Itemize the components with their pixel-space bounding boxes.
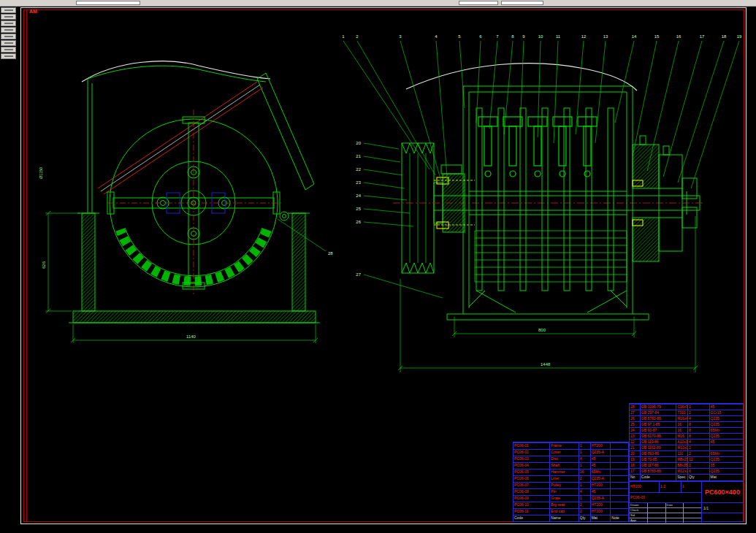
bom-cell: 22 [630, 439, 640, 445]
svg-text:5: 5 [458, 34, 461, 39]
svg-text:27: 27 [356, 272, 361, 277]
bom-cell [610, 508, 628, 515]
tool-icon [4, 29, 13, 31]
svg-text:14: 14 [632, 34, 637, 39]
left-toolbar-button-1[interactable] [1, 7, 16, 13]
signature-cell [683, 518, 701, 523]
bom-cell: GB 1152-89 [640, 445, 676, 450]
title-block-bottom: DrawnDateCheckStdAppr 1/1 [630, 503, 743, 523]
svg-text:24: 24 [356, 193, 361, 198]
bom-cell: B8x35 [676, 462, 687, 468]
bom-cell: PC06-09 [513, 495, 549, 502]
left-toolbar-button-7[interactable] [1, 47, 16, 53]
bom-cell: Liner [549, 475, 579, 482]
title-block-scale: 1:2 [659, 482, 681, 492]
bom-header-cell: No [630, 474, 640, 480]
bom-cell: Q235-A [590, 495, 611, 502]
bom-row: PC06-06Liner2Q235-A [513, 475, 628, 482]
bom-cell: PC06-02 [513, 449, 549, 456]
bom-cell [709, 445, 743, 450]
bom-cell: HT200 [590, 502, 611, 508]
bom-cell: Pulley [549, 482, 579, 488]
bom-cell: HT200 [590, 442, 611, 449]
bom-table-left: PC06-01Frame1HT200PC06-02Cover1Q235-APC0… [513, 442, 629, 522]
left-toolbar-button-2[interactable] [1, 14, 16, 20]
signature-cell: Appr [630, 518, 647, 523]
bom-cell: Q235 [709, 415, 743, 421]
bom-row: 21GB 1152-89M10x12 [630, 445, 743, 450]
bom-cell: 4 [687, 415, 709, 421]
bom-cell: Hammer [549, 469, 579, 475]
bom-header-cell: Mat [709, 474, 743, 480]
bom-header-row: CodeNameQtyMatNote [513, 515, 628, 521]
bom-cell: 25 [630, 421, 640, 427]
toolbar-field-1[interactable] [76, 1, 140, 5]
toolbar-field-2[interactable] [459, 1, 498, 5]
svg-text:8: 8 [511, 34, 514, 39]
title-block: HT200 1:2 1 PC06-00 PC600×400 DrawnDateC… [629, 481, 744, 522]
bom-row: 22GB 119-86A10x30445 [630, 439, 743, 445]
bom-cell [610, 442, 628, 449]
svg-text:6: 6 [479, 34, 482, 39]
bom-cell: 2 [687, 445, 709, 450]
bom-cell: 1 [687, 404, 709, 410]
left-toolbar-button-6[interactable] [1, 40, 16, 46]
bom-header-cell: Spec [676, 474, 687, 480]
title-block-sheet: 1/1 [702, 503, 743, 513]
bom-cell: GB 119-86 [640, 439, 676, 445]
bom-cell: 7310 [676, 410, 687, 415]
svg-text:12: 12 [581, 34, 587, 39]
left-toolbar-button-8[interactable] [1, 53, 16, 59]
svg-text:3: 3 [399, 34, 402, 39]
bom-cell: Q235 [709, 456, 743, 462]
bom-cell: 110 [676, 450, 687, 456]
svg-text:4: 4 [435, 34, 438, 39]
bom-row: PC06-02Cover1Q235-A [513, 449, 628, 456]
toolbar-field-3[interactable] [501, 1, 543, 5]
bom-cell: 45 [709, 439, 743, 445]
bom-row: 17GB 5783-86M12x306Q235 [630, 468, 743, 474]
svg-text:17: 17 [700, 34, 705, 39]
bom-cell [610, 449, 628, 456]
bom-cell: HT200 [590, 508, 611, 515]
bom-cell: 1 [579, 462, 590, 469]
bom-cell: 2 [579, 475, 590, 482]
svg-text:9: 9 [522, 34, 525, 39]
bom-cell [610, 502, 628, 508]
bom-cell: GB 117-86 [640, 462, 676, 468]
bom-row: PC06-10Brg seat2HT200 [513, 502, 628, 508]
callout-numbers-left: 20 21 22 23 24 25 26 27 [356, 141, 361, 277]
bom-cell: GB 297-84 [640, 410, 676, 415]
bom-cell: 1 [579, 449, 590, 456]
bom-row: 24GB 93-8716865Mn [630, 427, 743, 433]
dim-left-height: 626 [42, 261, 46, 269]
bom-row: 27GB 297-8473102GCr15 [630, 410, 743, 415]
bom-row: 18GB 117-86B8x35235 [630, 462, 743, 468]
bom-row: PC06-07Pulley1HT200 [513, 482, 628, 488]
bom-cell: 26 [630, 415, 640, 421]
left-toolbar-button-3[interactable] [1, 20, 16, 26]
bom-cell: GB 5783-86 [640, 468, 676, 474]
bom-cell: 4 [687, 439, 709, 445]
bom-cell: Q235 [709, 468, 743, 474]
left-toolbar-button-4[interactable] [1, 27, 16, 33]
bom-header-cell: Mat [590, 515, 611, 521]
bom-cell: M8x25 [676, 456, 687, 462]
bom-row: 26GB 5782-86M16x604Q235 [630, 415, 743, 421]
bom-cell: 6 [687, 468, 709, 474]
tool-icon [4, 42, 13, 44]
bom-cell [610, 488, 628, 495]
bom-cell [610, 456, 628, 462]
bom-row: 19GB 70-85M8x2512Q235 [630, 456, 743, 462]
bom-header-cell: Qty [579, 515, 590, 521]
svg-text:11: 11 [556, 34, 561, 39]
signature-row: Appr [630, 518, 701, 523]
bom-cell: Pin [549, 488, 579, 495]
title-block-top: HT200 1:2 1 PC06-00 PC600×400 [630, 482, 743, 503]
bom-cell: GB 93-87 [640, 427, 676, 433]
tool-icon [4, 9, 13, 11]
left-toolbar-button-5[interactable] [1, 34, 16, 39]
svg-text:13: 13 [603, 34, 608, 39]
bom-cell: GB 5782-86 [640, 415, 676, 421]
bom-cell [610, 462, 628, 469]
